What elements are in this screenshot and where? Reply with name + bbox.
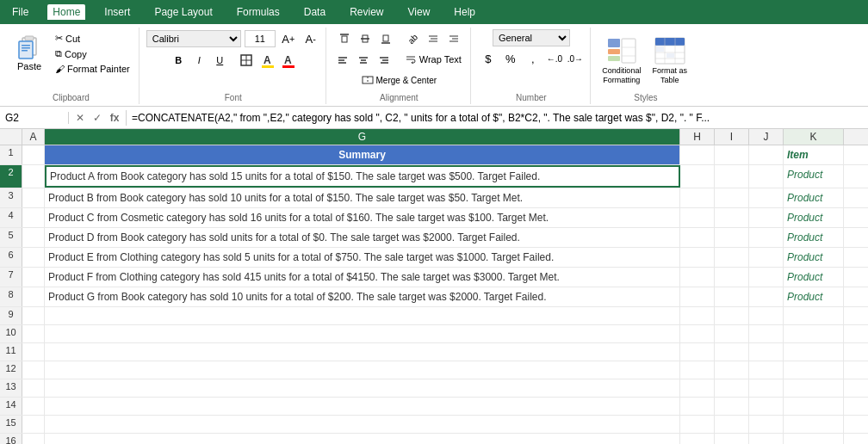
- menu-review[interactable]: Review: [344, 4, 388, 20]
- cell-h6[interactable]: [680, 248, 715, 267]
- cell-g9[interactable]: [45, 307, 680, 324]
- cell-h4[interactable]: [680, 208, 715, 227]
- cell-g13[interactable]: [45, 379, 680, 397]
- cell-k3[interactable]: Product: [784, 188, 844, 207]
- cell-i10[interactable]: [715, 325, 749, 342]
- cell-a4[interactable]: [22, 208, 45, 227]
- cell-h12[interactable]: [680, 361, 715, 379]
- percent-button[interactable]: %: [500, 49, 521, 68]
- cell-j15[interactable]: [749, 416, 784, 433]
- cell-i1[interactable]: [715, 145, 749, 164]
- cell-a8[interactable]: [22, 287, 45, 306]
- border-button[interactable]: [237, 51, 256, 70]
- cell-g15[interactable]: [45, 416, 680, 433]
- comma-button[interactable]: ,: [523, 49, 543, 68]
- orientation-button[interactable]: ab: [399, 25, 425, 52]
- cell-j7[interactable]: [749, 268, 784, 287]
- cell-j8[interactable]: [749, 287, 784, 306]
- increase-decimal-button[interactable]: .0→: [566, 49, 585, 68]
- cell-g8[interactable]: Product G from Book category has sold 10…: [45, 287, 680, 306]
- cell-k7[interactable]: Product: [784, 268, 844, 287]
- cell-j9[interactable]: [749, 307, 784, 324]
- cell-i3[interactable]: [715, 188, 749, 207]
- menu-view[interactable]: View: [403, 4, 436, 20]
- cell-g7[interactable]: Product F from Clothing category has sol…: [45, 268, 680, 287]
- cell-i16[interactable]: [715, 434, 749, 444]
- cell-h3[interactable]: [680, 188, 715, 207]
- menu-home[interactable]: Home: [47, 4, 85, 20]
- cell-a2[interactable]: [22, 165, 45, 188]
- cell-g4[interactable]: Product C from Cosmetic category has sol…: [45, 208, 680, 227]
- cell-j1[interactable]: [749, 145, 784, 164]
- cell-a5[interactable]: [22, 228, 45, 247]
- font-size-input[interactable]: [245, 30, 276, 47]
- cell-k9[interactable]: [784, 307, 844, 324]
- cell-g11[interactable]: [45, 343, 680, 361]
- cell-i13[interactable]: [715, 379, 749, 397]
- currency-button[interactable]: $: [478, 49, 499, 68]
- cell-i14[interactable]: [715, 398, 749, 415]
- align-center-button[interactable]: [354, 51, 373, 70]
- cell-k5[interactable]: Product: [784, 228, 844, 247]
- format-as-table-button[interactable]: Format asTable: [646, 34, 694, 88]
- cell-j14[interactable]: [749, 398, 784, 415]
- font-color-button[interactable]: A: [278, 51, 297, 70]
- col-header-i[interactable]: I: [715, 129, 749, 145]
- cell-k11[interactable]: [784, 343, 844, 361]
- cell-j3[interactable]: [749, 188, 784, 207]
- indent-increase-button[interactable]: [444, 29, 463, 48]
- col-header-a[interactable]: A: [22, 129, 45, 145]
- cell-k6[interactable]: Product: [784, 248, 844, 267]
- cell-i12[interactable]: [715, 361, 749, 379]
- cell-a16[interactable]: [22, 434, 45, 444]
- cell-i6[interactable]: [715, 248, 749, 267]
- cell-j5[interactable]: [749, 228, 784, 247]
- cell-a10[interactable]: [22, 325, 45, 342]
- align-middle-button[interactable]: [356, 29, 375, 48]
- cell-g3[interactable]: Product B from Book category has sold 10…: [45, 188, 680, 207]
- menu-insert[interactable]: Insert: [99, 4, 135, 20]
- cell-i5[interactable]: [715, 228, 749, 247]
- align-bottom-button[interactable]: [376, 29, 395, 48]
- font-size-decrease-button[interactable]: A-: [301, 29, 320, 48]
- align-right-button[interactable]: [375, 51, 394, 70]
- cell-h8[interactable]: [680, 287, 715, 306]
- cell-g1[interactable]: Summary: [45, 145, 680, 164]
- cell-i4[interactable]: [715, 208, 749, 227]
- menu-page-layout[interactable]: Page Layout: [149, 4, 217, 20]
- cell-j2[interactable]: [749, 165, 784, 188]
- confirm-formula-button[interactable]: ✓: [90, 110, 105, 126]
- menu-help[interactable]: Help: [449, 4, 480, 20]
- cell-h16[interactable]: [680, 434, 715, 444]
- cell-h7[interactable]: [680, 268, 715, 287]
- fill-color-button[interactable]: A: [257, 51, 276, 70]
- cancel-formula-button[interactable]: ✕: [72, 110, 88, 126]
- cell-j11[interactable]: [749, 343, 784, 361]
- underline-button[interactable]: U: [210, 51, 229, 70]
- cell-g6[interactable]: Product E from Clothing category has sol…: [45, 248, 680, 267]
- cell-a9[interactable]: [22, 307, 45, 324]
- col-header-j[interactable]: J: [749, 129, 784, 145]
- cell-a15[interactable]: [22, 416, 45, 433]
- cell-h2[interactable]: [680, 165, 715, 188]
- cell-j6[interactable]: [749, 248, 784, 267]
- cell-i8[interactable]: [715, 287, 749, 306]
- menu-formulas[interactable]: Formulas: [232, 4, 285, 20]
- cell-k15[interactable]: [784, 416, 844, 433]
- cell-h11[interactable]: [680, 343, 715, 361]
- cell-a1[interactable]: [22, 145, 45, 164]
- cell-k12[interactable]: [784, 361, 844, 379]
- cell-a11[interactable]: [22, 343, 45, 361]
- insert-function-button[interactable]: fx: [107, 110, 122, 126]
- cell-a7[interactable]: [22, 268, 45, 287]
- cell-g10[interactable]: [45, 325, 680, 342]
- wrap-text-button[interactable]: Wrap Text: [401, 52, 465, 67]
- merge-center-button[interactable]: Merge & Center: [358, 72, 441, 88]
- cell-i11[interactable]: [715, 343, 749, 361]
- col-header-h[interactable]: H: [680, 129, 715, 145]
- cell-a6[interactable]: [22, 248, 45, 267]
- cut-button[interactable]: ✂ Cut: [52, 31, 133, 46]
- bold-button[interactable]: B: [169, 51, 188, 70]
- cell-g14[interactable]: [45, 398, 680, 415]
- cell-j16[interactable]: [749, 434, 784, 444]
